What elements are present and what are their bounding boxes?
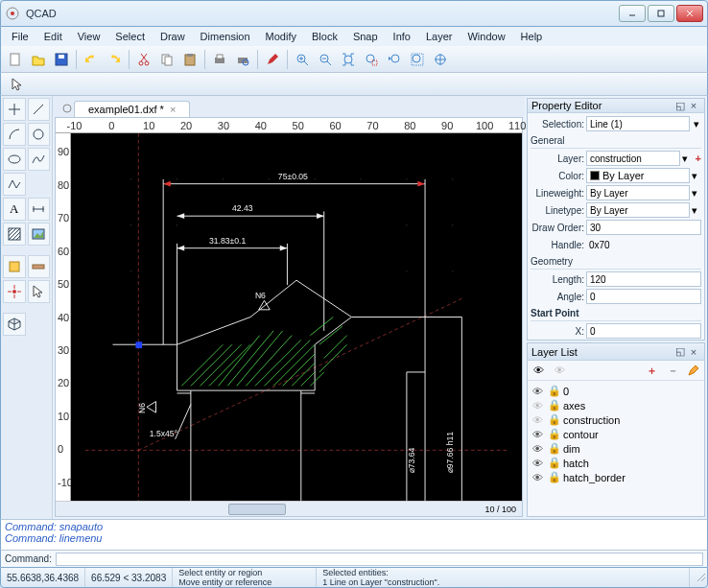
zoom-in-icon[interactable]	[292, 49, 313, 70]
lock-icon[interactable]: 🔒	[548, 385, 559, 397]
layer-item[interactable]: 👁🔒axes	[531, 398, 701, 412]
lock-icon[interactable]: 🔒	[548, 442, 559, 455]
open-file-icon[interactable]	[28, 49, 49, 70]
visibility-icon[interactable]: 👁	[532, 458, 544, 469]
arc-tool-icon[interactable]	[3, 123, 26, 146]
block-tool-icon[interactable]	[3, 255, 26, 278]
add-layer-button[interactable]: ＋	[643, 363, 660, 378]
visibility-icon[interactable]: 👁	[532, 386, 544, 397]
menu-dimension[interactable]: Dimension	[194, 29, 257, 44]
drawing-canvas[interactable]: 75±0.05 42.43 31.83±0.1	[71, 133, 522, 501]
menu-draw[interactable]: Draw	[153, 29, 192, 44]
show-all-layers-icon[interactable]: 👁	[530, 363, 547, 378]
angle-input[interactable]: 0	[586, 289, 701, 304]
visibility-icon[interactable]: 👁	[532, 443, 544, 455]
save-file-icon[interactable]	[51, 49, 72, 70]
command-input[interactable]	[56, 553, 703, 566]
menu-select[interactable]: Select	[108, 29, 152, 44]
select-tool-icon[interactable]	[28, 280, 51, 303]
menu-block[interactable]: Block	[305, 29, 344, 44]
snap-tool-icon[interactable]	[3, 280, 26, 303]
line-tool-icon[interactable]	[28, 98, 51, 121]
document-tab[interactable]: example01.dxf * ×	[74, 101, 190, 117]
undo-icon[interactable]	[81, 49, 102, 70]
linetype-dropdown[interactable]: By Layer	[586, 202, 690, 218]
resize-grip[interactable]	[690, 568, 707, 587]
lock-icon[interactable]: 🔒	[548, 399, 559, 412]
start-x-input[interactable]: 0	[586, 323, 701, 339]
isometric-tool-icon[interactable]	[3, 313, 26, 336]
layer-dropdown[interactable]: construction	[586, 151, 680, 166]
zoom-window-icon[interactable]	[407, 49, 428, 70]
menu-window[interactable]: Window	[460, 29, 511, 44]
paste-icon[interactable]	[179, 49, 201, 70]
zoom-extents-icon[interactable]	[338, 49, 359, 70]
layer-panel-close-icon[interactable]: ×	[687, 345, 700, 359]
hatch-tool-icon[interactable]	[3, 223, 26, 246]
layer-item[interactable]: 👁🔒hatch	[531, 456, 701, 470]
visibility-icon[interactable]: 👁	[532, 400, 544, 412]
layer-item[interactable]: 👁🔒construction	[531, 412, 701, 427]
circle-tool-icon[interactable]	[28, 123, 51, 146]
dimension-tool-icon[interactable]	[28, 198, 51, 221]
lineweight-dropdown[interactable]: By Layer	[586, 185, 690, 200]
minimize-button[interactable]	[619, 5, 646, 22]
close-button[interactable]	[676, 5, 703, 22]
lock-icon[interactable]: 🔒	[548, 413, 559, 426]
modify-tool-icon[interactable]	[28, 255, 51, 278]
menu-layer[interactable]: Layer	[419, 29, 460, 44]
lock-icon[interactable]: 🔒	[548, 428, 559, 440]
visibility-icon[interactable]: 👁	[532, 429, 544, 440]
lock-icon[interactable]: 🔒	[548, 457, 559, 469]
menu-view[interactable]: View	[71, 29, 107, 44]
zoom-out-icon[interactable]	[315, 49, 336, 70]
copy-icon[interactable]	[156, 49, 177, 70]
image-tool-icon[interactable]	[28, 223, 51, 246]
print-icon[interactable]	[209, 49, 230, 70]
ellipse-tool-icon[interactable]	[3, 148, 26, 171]
selection-dropdown[interactable]: Line (1)	[586, 116, 690, 131]
svg-point-74	[406, 270, 407, 271]
menu-modify[interactable]: Modify	[259, 29, 303, 44]
color-dropdown[interactable]: By Layer	[586, 168, 690, 183]
zoom-selection-icon[interactable]	[361, 49, 382, 70]
draworder-input[interactable]: 30	[586, 220, 701, 235]
text-tool-icon[interactable]: A	[3, 198, 26, 221]
visibility-icon[interactable]: 👁	[532, 472, 544, 483]
point-tool-icon[interactable]	[3, 98, 26, 121]
panel-undock-icon[interactable]: ◱	[673, 99, 687, 112]
zoom-previous-icon[interactable]	[384, 49, 405, 70]
edit-tool-icon[interactable]	[262, 49, 283, 70]
panel-close-icon[interactable]: ×	[687, 99, 700, 112]
menu-help[interactable]: Help	[514, 29, 550, 44]
tab-home-icon[interactable]	[60, 100, 74, 117]
layer-item[interactable]: 👁🔒0	[531, 384, 701, 398]
pointer-tool-icon[interactable]	[7, 74, 28, 95]
scrollbar-thumb[interactable]	[228, 504, 286, 515]
layer-item[interactable]: 👁🔒hatch_border	[531, 470, 701, 484]
spline-tool-icon[interactable]	[28, 148, 51, 171]
layer-panel-undock-icon[interactable]: ◱	[673, 345, 687, 359]
add-layer-icon[interactable]: +	[696, 153, 701, 164]
cut-icon[interactable]	[133, 49, 154, 70]
lock-icon[interactable]: 🔒	[548, 471, 559, 483]
print-preview-icon[interactable]	[232, 49, 253, 70]
horizontal-scrollbar[interactable]: 10 / 100	[56, 501, 522, 516]
edit-layer-button[interactable]	[685, 363, 702, 378]
menu-edit[interactable]: Edit	[37, 29, 69, 44]
pan-icon[interactable]	[430, 49, 451, 70]
redo-icon[interactable]	[104, 49, 125, 70]
layer-item[interactable]: 👁🔒dim	[531, 441, 701, 456]
maximize-button[interactable]	[648, 5, 674, 22]
menu-file[interactable]: File	[5, 29, 35, 44]
hide-all-layers-icon[interactable]: 👁	[551, 363, 568, 378]
polyline-tool-icon[interactable]	[3, 173, 26, 196]
length-input[interactable]: 120	[586, 271, 701, 287]
new-file-icon[interactable]	[5, 49, 26, 70]
menu-snap[interactable]: Snap	[346, 29, 385, 44]
tab-close-icon[interactable]: ×	[170, 104, 176, 115]
visibility-icon[interactable]: 👁	[532, 414, 544, 426]
remove-layer-button[interactable]: －	[664, 363, 681, 378]
menu-info[interactable]: Info	[387, 29, 417, 44]
layer-item[interactable]: 👁🔒contour	[531, 427, 701, 441]
